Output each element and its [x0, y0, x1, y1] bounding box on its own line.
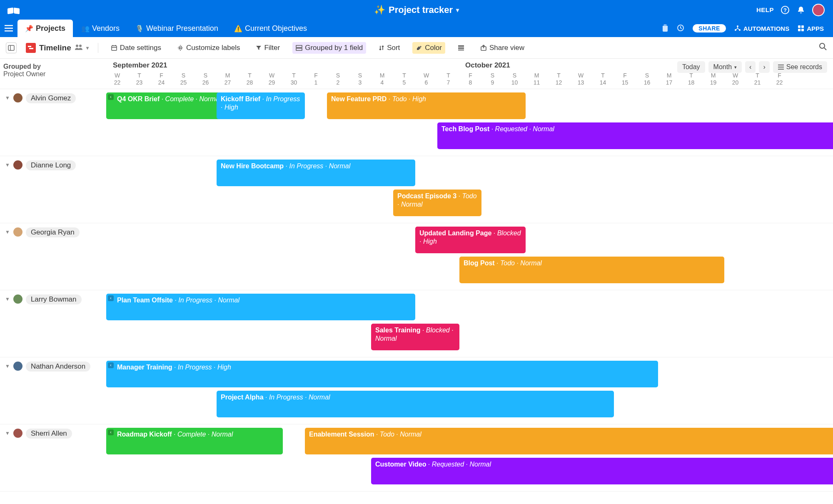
collapse-toggle[interactable]: ▼ — [5, 227, 10, 235]
scale-dropdown[interactable]: Month ▾ — [708, 61, 742, 73]
timeline-bar[interactable]: New Feature PRD · Todo · High — [327, 92, 526, 119]
date-settings-button[interactable]: Date settings — [107, 42, 165, 54]
trash-icon[interactable] — [662, 24, 668, 33]
gear-icon — [177, 45, 184, 51]
tab-vendors[interactable]: 👥Vendors — [74, 20, 127, 37]
prev-button[interactable]: ‹ — [745, 61, 756, 73]
collapse-toggle[interactable]: ▼ — [5, 362, 10, 369]
bar-title: Plan Team Offsite — [117, 297, 173, 304]
day-column: M17 — [658, 72, 680, 86]
group-button[interactable]: Grouped by 1 field — [292, 42, 366, 54]
collapse-toggle[interactable]: ▼ — [5, 160, 10, 168]
owner-avatar — [13, 93, 22, 102]
svg-rect-15 — [8, 45, 14, 50]
svg-rect-6 — [5, 30, 13, 32]
tab-current-objectives[interactable]: ⚠️Current Objectives — [227, 20, 314, 37]
page-title[interactable]: ✨ Project tracker ▾ — [374, 5, 459, 15]
bar-title: Kickoff Brief — [221, 95, 260, 102]
timeline-group: ▼Alvin Gomez‹Q4 OKR Brief · Complete · N… — [0, 89, 833, 156]
bar-meta: · In Progress · Normal — [284, 162, 350, 170]
share-icon — [480, 45, 487, 51]
timeline-bar[interactable]: ›Customer Video · Requested · Normal — [371, 458, 833, 484]
automations-link[interactable]: AUTOMATIONS — [734, 25, 789, 32]
app-logo[interactable] — [7, 2, 23, 18]
tab-emoji: 👥 — [81, 25, 90, 32]
day-column: M19 — [702, 72, 724, 86]
svg-rect-0 — [7, 7, 13, 14]
svg-point-8 — [737, 25, 738, 27]
sort-button[interactable]: Sort — [375, 42, 403, 54]
day-column: W6 — [415, 72, 437, 86]
collapse-toggle[interactable]: ▼ — [5, 93, 10, 101]
timeline-bar[interactable]: ‹Plan Team Offsite · In Progress · Norma… — [106, 294, 415, 320]
svg-rect-17 — [28, 46, 31, 47]
share-button[interactable]: SHARE — [693, 24, 726, 32]
timeline-bar[interactable]: ‹Roadmap Kickoff · Complete · Normal — [106, 428, 283, 454]
tab-projects[interactable]: 📌Projects — [17, 20, 73, 37]
customize-labels-button[interactable]: Customize labels — [174, 42, 243, 54]
timeline-bar[interactable]: ‹Manager Training · In Progress · High — [106, 361, 658, 387]
day-column: S26 — [195, 72, 217, 86]
timeline-group: ▼Dianne LongNew Hire Bootcamp · In Progr… — [0, 156, 833, 223]
day-column: T18 — [680, 72, 702, 86]
filter-button[interactable]: Filter — [252, 42, 283, 54]
day-column: M11 — [526, 72, 548, 86]
tab-label: Projects — [36, 24, 65, 33]
help-icon[interactable]: ? — [781, 5, 790, 15]
timeline-bar[interactable]: Podcast Episode 3 · Todo · Normal — [393, 190, 481, 216]
day-column: F15 — [614, 72, 636, 86]
overflow-left-icon: ‹ — [108, 429, 114, 435]
owner-name[interactable]: Alvin Gomez — [26, 93, 76, 103]
owner-name[interactable]: Larry Bowman — [26, 294, 82, 304]
apps-link[interactable]: APPS — [798, 25, 824, 32]
today-button[interactable]: Today — [677, 61, 705, 73]
tab-emoji: ⚠️ — [234, 25, 242, 32]
tab-webinar-presentation[interactable]: 🎙️Webinar Presentation — [128, 20, 226, 37]
grouped-by-label: Grouped by — [3, 63, 103, 70]
user-avatar[interactable] — [812, 4, 825, 16]
hamburger-icon[interactable] — [0, 20, 17, 37]
day-column: T21 — [746, 72, 768, 86]
collapse-toggle[interactable]: ▼ — [5, 294, 10, 302]
view-toolbar: Timeline ▾ Date settings Customize label… — [0, 37, 833, 59]
owner-avatar — [13, 227, 22, 237]
timeline-bar[interactable]: Project Alpha · In Progress · Normal — [217, 391, 614, 417]
month-label: October 2021 — [463, 61, 510, 70]
toggle-sidebar-button[interactable] — [6, 42, 17, 53]
next-button[interactable]: › — [759, 61, 769, 73]
people-icon[interactable] — [75, 43, 83, 52]
see-records-button[interactable]: See records — [773, 61, 827, 73]
timeline-bar[interactable]: ›Enablement Session · Todo · Normal — [305, 428, 833, 454]
calendar-icon — [111, 45, 117, 51]
owner-name[interactable]: Nathan Anderson — [26, 362, 90, 372]
timeline-bar[interactable]: Blog Post · Todo · Normal — [459, 257, 724, 283]
owner-name[interactable]: Georgia Ryan — [26, 227, 80, 237]
sort-icon — [379, 45, 384, 51]
bar-title: New Hire Bootcamp — [221, 162, 284, 170]
timeline-group: ▼Georgia RyanUpdated Landing Page · Bloc… — [0, 223, 833, 290]
group-icon — [296, 45, 302, 51]
collapse-toggle[interactable]: ▼ — [5, 429, 10, 436]
bar-meta: · Complete · Normal — [160, 95, 221, 102]
svg-rect-28 — [458, 45, 464, 47]
search-icon[interactable] — [819, 42, 827, 53]
timeline-bar[interactable]: New Hire Bootcamp · In Progress · Normal — [217, 160, 415, 186]
group-header: Grouped by Project Owner — [0, 59, 106, 89]
day-column: M4 — [371, 72, 393, 86]
bell-icon[interactable] — [796, 5, 806, 15]
owner-name[interactable]: Sherri Allen — [26, 429, 72, 439]
timeline-bar[interactable]: ›Tech Blog Post · Requested · Normal — [437, 122, 833, 149]
day-column: S16 — [636, 72, 658, 86]
help-link[interactable]: HELP — [756, 6, 774, 13]
apps-icon — [798, 25, 804, 32]
row-height-button[interactable] — [454, 43, 468, 52]
owner-name[interactable]: Dianne Long — [26, 160, 76, 170]
view-switcher[interactable]: Timeline ▾ — [26, 43, 89, 53]
share-view-button[interactable]: Share view — [477, 42, 528, 54]
timeline-bar[interactable]: Updated Landing Page · Blocked · High — [415, 227, 526, 253]
grouped-by-value: Project Owner — [3, 70, 103, 78]
timeline-bar[interactable]: Kickoff Brief · In Progress · High — [217, 92, 305, 119]
timeline-bar[interactable]: Sales Training · Blocked · Normal — [371, 324, 459, 350]
history-icon[interactable] — [677, 24, 684, 33]
color-button[interactable]: Color — [412, 42, 445, 54]
